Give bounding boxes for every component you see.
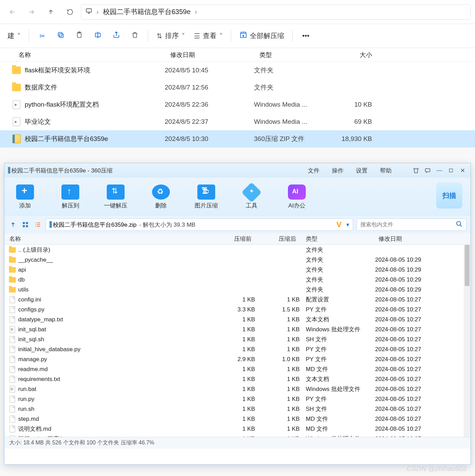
col-name[interactable]: 名称 bbox=[4, 235, 210, 243]
zip-file-row[interactable]: utils文件夹2024-08-05 10:29 bbox=[4, 285, 471, 295]
file-type: PY 文件 bbox=[300, 306, 375, 313]
dropdown-icon[interactable]: ▾ bbox=[346, 221, 349, 228]
nav-back-button[interactable] bbox=[4, 4, 21, 20]
view-list-button[interactable] bbox=[33, 220, 42, 229]
sort-button[interactable]: ⇅排序 ˅ bbox=[153, 28, 188, 44]
file-type: 文件夹 bbox=[300, 266, 375, 274]
scan-button[interactable]: 扫描 bbox=[436, 182, 462, 209]
copy-button[interactable] bbox=[53, 28, 69, 44]
breadcrumb-sep: › bbox=[195, 8, 197, 16]
zip-file-row[interactable]: step.md1 KB1 KBMD 文件2024-08-05 10:27 bbox=[4, 414, 471, 424]
file-date: 2024-08-05 10:27 bbox=[375, 396, 444, 403]
scrollbar-thumb[interactable] bbox=[465, 245, 470, 286]
zip-search-input[interactable] bbox=[360, 222, 452, 228]
menu-help[interactable]: 帮助 bbox=[380, 167, 392, 175]
extract-icon bbox=[240, 31, 247, 40]
col-date[interactable]: 修改日期 bbox=[375, 235, 444, 243]
minimize-button[interactable]: — bbox=[434, 166, 444, 175]
file-row[interactable]: 数据库文件2024/8/7 12:56文件夹 bbox=[0, 79, 475, 96]
cut-button[interactable]: ✂ bbox=[34, 28, 50, 44]
zip-file-row[interactable]: config.ini1 KB1 KB配置设置2024-08-05 10:27 bbox=[4, 295, 471, 305]
image-compress-button[interactable]: 图片压缩 bbox=[193, 185, 220, 210]
size-after: 1 KB bbox=[255, 296, 300, 303]
svg-rect-9 bbox=[26, 222, 28, 224]
zip-file-row[interactable]: init_sql.bat1 KB1 KBWindows 批处理文件2024-08… bbox=[4, 324, 471, 334]
bat-icon bbox=[9, 436, 16, 437]
address-bar[interactable]: › 校园二手书籍信息平台6359e › bbox=[81, 4, 471, 20]
ai-office-button[interactable]: AI办公 bbox=[283, 185, 311, 210]
menu-settings[interactable]: 设置 bbox=[356, 167, 368, 175]
svg-rect-6 bbox=[425, 169, 430, 172]
breadcrumb-folder[interactable]: 校园二手书籍信息平台6359e bbox=[103, 7, 191, 16]
file-row[interactable]: 校园二手书籍信息平台6359e2024/8/5 10:30360压缩 ZIP 文… bbox=[0, 130, 475, 147]
more-button[interactable]: ••• bbox=[298, 28, 314, 44]
extract-all-button[interactable]: 全部解压缩 bbox=[236, 28, 288, 44]
zip-file-row[interactable]: datatype_map.txt1 KB1 KB文本文档2024-08-05 1… bbox=[4, 314, 471, 324]
explorer-file-list: flask框架环境安装环境2024/8/5 10:45文件夹数据库文件2024/… bbox=[0, 62, 475, 147]
zip-file-row[interactable]: configs.py3.3 KB1.5 KBPY 文件2024-08-05 10… bbox=[4, 305, 471, 314]
zip-file-row[interactable]: 说明文档.md1 KB1 KBMD 文件2024-08-05 10:27 bbox=[4, 424, 471, 434]
file-type: Windows 批处理文件 bbox=[300, 435, 375, 437]
col-type[interactable]: 类型 bbox=[254, 51, 329, 59]
fold-icon bbox=[9, 257, 16, 263]
zip-file-row[interactable]: __pycache__文件夹2024-08-05 10:29 bbox=[4, 255, 471, 265]
zip-search-box[interactable] bbox=[357, 218, 466, 231]
rename-button[interactable] bbox=[90, 28, 106, 44]
size-before: 1 KB bbox=[210, 326, 255, 333]
menu-operate[interactable]: 操作 bbox=[332, 167, 344, 175]
col-name[interactable]: 名称 bbox=[0, 51, 165, 59]
delete-button[interactable] bbox=[127, 28, 143, 44]
zip-file-row[interactable]: api文件夹2024-08-05 10:29 bbox=[4, 265, 471, 275]
nav-refresh-button[interactable] bbox=[62, 4, 78, 20]
size-after: 1 KB bbox=[255, 376, 300, 383]
zip-file-row[interactable]: run.py1 KB1 KBPY 文件2024-08-05 10:27 bbox=[4, 394, 471, 404]
col-size[interactable]: 大小 bbox=[329, 51, 378, 59]
file-type: Windows Media ... bbox=[254, 101, 329, 108]
zip-column-header: 名称 压缩前 压缩后 类型 修改日期 bbox=[4, 233, 471, 245]
nav-forward-button[interactable] bbox=[23, 4, 40, 20]
doc-icon bbox=[9, 316, 16, 323]
menu-file[interactable]: 文件 bbox=[308, 167, 320, 175]
zip-file-row[interactable]: requirements.txt1 KB1 KB文本文档2024-08-05 1… bbox=[4, 374, 471, 384]
ai-icon bbox=[288, 185, 306, 200]
maximize-button[interactable] bbox=[446, 166, 456, 175]
view-button[interactable]: ☰查看 ˅ bbox=[190, 28, 226, 44]
zip-file-row[interactable]: .. (上级目录)文件夹 bbox=[4, 245, 471, 255]
new-button[interactable]: 建 ˅ bbox=[4, 28, 24, 44]
skin-button[interactable] bbox=[411, 166, 421, 175]
scrollbar[interactable] bbox=[464, 245, 471, 437]
col-before[interactable]: 压缩前 bbox=[210, 235, 255, 243]
paste-button[interactable] bbox=[71, 28, 88, 44]
zip-file-row[interactable]: manage.py2.9 KB1.0 KBPY 文件2024-08-05 10:… bbox=[4, 354, 471, 364]
up-dir-button[interactable] bbox=[9, 220, 18, 229]
file-row[interactable]: python-flask环境配置文档2024/8/5 22:36Windows … bbox=[0, 96, 475, 113]
nav-up-button[interactable] bbox=[43, 4, 59, 20]
col-after[interactable]: 压缩后 bbox=[255, 235, 300, 243]
add-button[interactable]: 添加 bbox=[11, 185, 39, 210]
zip-file-row[interactable]: init_sql.sh1 KB1 KBSH 文件2024-08-05 10:27 bbox=[4, 334, 471, 344]
zip-file-row[interactable]: initial_hive_database.py1 KB1 KBPY 文件202… bbox=[4, 344, 471, 354]
zip-file-row[interactable]: run.bat1 KB1 KBWindows 批处理文件2024-08-05 1… bbox=[4, 384, 471, 394]
feedback-button[interactable] bbox=[422, 166, 433, 175]
sort-icon: ⇅ bbox=[157, 32, 162, 40]
share-button[interactable] bbox=[108, 28, 125, 44]
zip-titlebar[interactable]: 校园二手书籍信息平台6359e - 360压缩 文件 操作 设置 帮助 — ✕ bbox=[4, 163, 471, 178]
zip-file-row[interactable]: run.sh1 KB1 KBSH 文件2024-08-05 10:27 bbox=[4, 404, 471, 414]
col-date[interactable]: 修改日期 bbox=[165, 51, 254, 59]
zip-address-bar[interactable]: 校园二手书籍信息平台6359e.zip - 解包大小为 39.3 MB V ▾ bbox=[46, 218, 353, 231]
view-icons-button[interactable] bbox=[21, 220, 30, 229]
extract-to-button[interactable]: 解压到 bbox=[57, 185, 84, 210]
col-type[interactable]: 类型 bbox=[300, 235, 375, 243]
file-row[interactable]: flask框架环境安装环境2024/8/5 10:45文件夹 bbox=[0, 62, 475, 79]
zip-file-row[interactable]: readme.md1 KB1 KBMD 文件2024-08-05 10:27 bbox=[4, 364, 471, 374]
close-button[interactable]: ✕ bbox=[457, 166, 468, 175]
delete-button[interactable]: 删除 bbox=[147, 185, 175, 210]
file-row[interactable]: 毕业论文2024/8/5 22:37Windows Media ...69 KB bbox=[0, 113, 475, 130]
file-name: run.sh bbox=[18, 406, 210, 413]
search-icon[interactable] bbox=[456, 221, 463, 229]
oneclick-extract-button[interactable]: 一键解压 bbox=[102, 185, 129, 210]
zip-file-row[interactable]: db文件夹2024-08-05 10:29 bbox=[4, 275, 471, 285]
zip-file-row[interactable]: 运行python程序.bat1 KB1 KBWindows 批处理文件2024-… bbox=[4, 434, 471, 437]
tools-button[interactable]: 工具 bbox=[238, 185, 265, 210]
size-after: 1 KB bbox=[255, 426, 300, 432]
